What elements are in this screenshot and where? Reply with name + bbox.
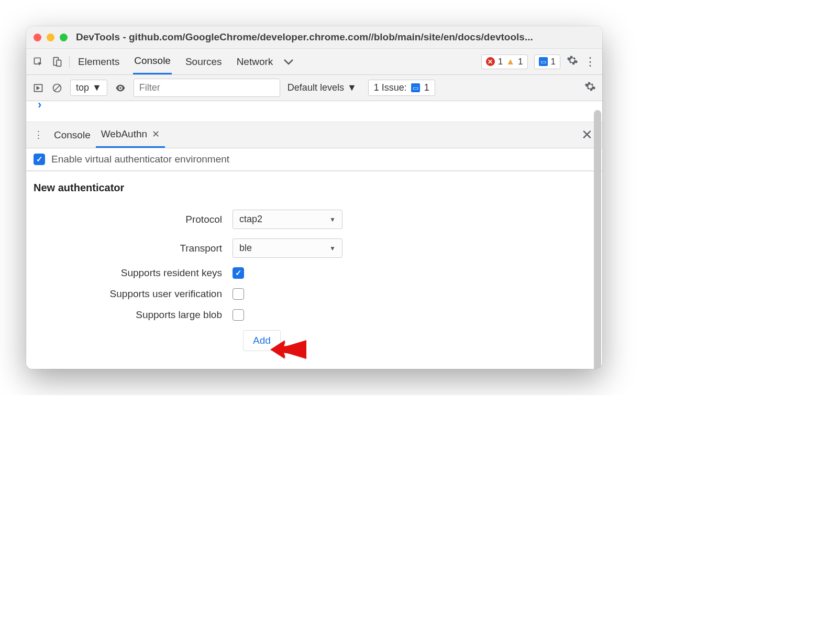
enable-virtual-auth-checkbox[interactable] — [34, 154, 45, 165]
svg-point-6 — [119, 87, 121, 89]
drawer-tab-console[interactable]: Console — [49, 123, 96, 147]
issues-label: 1 Issue: — [374, 82, 407, 93]
settings-gear-icon[interactable] — [567, 55, 578, 69]
close-tab-icon[interactable]: ✕ — [152, 129, 160, 139]
context-value: top — [76, 82, 89, 93]
more-menu-icon[interactable]: ⋮ — [584, 55, 596, 69]
annotation-arrow-icon — [267, 334, 309, 368]
messages-badge[interactable]: ▭ 1 — [534, 55, 560, 69]
message-icon: ▭ — [539, 57, 548, 66]
tab-sources[interactable]: Sources — [184, 50, 223, 74]
window-titlebar: DevTools - github.com/GoogleChrome/devel… — [26, 26, 602, 49]
tab-network[interactable]: Network — [236, 50, 274, 74]
issues-count: 1 — [424, 82, 429, 93]
transport-label: Transport — [34, 243, 233, 254]
more-tabs-icon[interactable] — [283, 56, 294, 68]
drawer-more-icon[interactable]: ⋮ — [32, 129, 49, 141]
error-count: 1 — [498, 57, 503, 67]
warning-count: 1 — [518, 57, 523, 67]
tab-elements[interactable]: Elements — [77, 50, 120, 74]
levels-label: Default levels — [288, 82, 344, 93]
minimize-window-icon[interactable] — [47, 34, 54, 41]
issue-icon: ▭ — [411, 83, 420, 92]
main-tabbar: Elements Console Sources Network ✕ 1 ▲ 1… — [26, 49, 602, 75]
new-authenticator-panel: New authenticator Protocol ctap2 ▼ Trans… — [26, 171, 602, 369]
live-expression-icon[interactable] — [115, 82, 126, 94]
dropdown-caret-icon: ▼ — [92, 82, 102, 93]
user-verification-checkbox[interactable] — [233, 288, 244, 300]
window-title: DevTools - github.com/GoogleChrome/devel… — [76, 31, 533, 43]
section-title: New authenticator — [34, 182, 595, 194]
context-selector[interactable]: top ▼ — [70, 80, 107, 96]
execution-context-icon[interactable] — [32, 82, 44, 94]
transport-value: ble — [239, 243, 252, 254]
drawer-tabbar: ⋮ Console WebAuthn ✕ ✕ — [26, 122, 602, 148]
svg-rect-2 — [57, 60, 61, 66]
protocol-label: Protocol — [34, 214, 233, 225]
close-drawer-icon[interactable]: ✕ — [578, 127, 596, 143]
devtools-window: DevTools - github.com/GoogleChrome/devel… — [26, 26, 602, 369]
dropdown-caret-icon: ▼ — [347, 82, 357, 93]
drawer-tab-webauthn[interactable]: WebAuthn ✕ — [96, 122, 165, 148]
protocol-value: ctap2 — [239, 214, 262, 225]
warning-icon: ▲ — [506, 57, 515, 67]
console-settings-gear-icon[interactable] — [584, 81, 596, 95]
drawer-tab-webauthn-label: WebAuthn — [101, 128, 147, 139]
zoom-window-icon[interactable] — [60, 34, 68, 41]
filter-input[interactable] — [134, 79, 280, 97]
traffic-lights — [34, 34, 68, 41]
transport-select[interactable]: ble ▼ — [233, 238, 342, 258]
console-toolbar: top ▼ Default levels ▼ 1 Issue: ▭ 1 — [26, 75, 602, 101]
console-output-area[interactable]: › — [26, 101, 602, 122]
vertical-scrollbar[interactable] — [594, 110, 601, 369]
resident-keys-checkbox[interactable] — [233, 267, 244, 279]
clear-console-icon[interactable] — [51, 82, 63, 94]
enable-virtual-auth-row: Enable virtual authenticator environment — [26, 148, 602, 171]
error-icon: ✕ — [486, 57, 495, 66]
error-warning-badge[interactable]: ✕ 1 ▲ 1 — [481, 55, 528, 69]
protocol-select[interactable]: ctap2 ▼ — [233, 210, 342, 229]
dropdown-caret-icon: ▼ — [329, 216, 336, 223]
large-blob-label: Supports large blob — [34, 309, 233, 321]
large-blob-checkbox[interactable] — [233, 309, 244, 321]
inspect-element-icon[interactable] — [32, 56, 44, 68]
svg-line-5 — [54, 85, 60, 91]
enable-virtual-auth-label: Enable virtual authenticator environment — [51, 154, 229, 165]
message-count: 1 — [551, 57, 556, 67]
dropdown-caret-icon: ▼ — [329, 245, 336, 252]
issues-badge[interactable]: 1 Issue: ▭ 1 — [368, 80, 435, 96]
resident-keys-label: Supports resident keys — [34, 267, 233, 279]
log-levels-selector[interactable]: Default levels ▼ — [288, 82, 357, 93]
tab-console[interactable]: Console — [133, 49, 172, 74]
device-toggle-icon[interactable] — [51, 56, 63, 68]
user-verification-label: Supports user verification — [34, 288, 233, 300]
console-prompt-icon: › — [38, 98, 41, 112]
close-window-icon[interactable] — [34, 34, 41, 41]
